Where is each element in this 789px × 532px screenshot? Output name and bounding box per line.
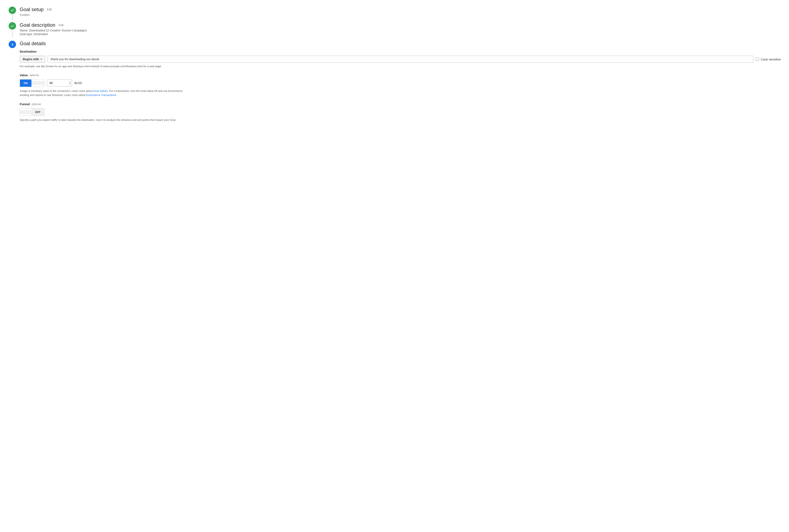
funnel-off-label[interactable]: OFF <box>32 109 44 116</box>
value-label: Value <box>20 73 28 77</box>
step-2-edit-link[interactable]: Edit <box>59 23 63 27</box>
destination-row: Begins with ▼ Case sensitive <box>20 56 781 63</box>
value-label-row: Value optional <box>20 73 781 77</box>
stepper-arrows: ▲ ▼ <box>69 81 71 85</box>
value-section: Value optional ON ▲ ▼ <box>20 73 781 98</box>
step-goal-setup: Goal setup Edit Custom <box>8 6 781 22</box>
hint-my-screen: My Screen <box>41 65 54 68</box>
step-1-content: Goal setup Edit Custom <box>20 6 781 21</box>
step-1-subtitle: Custom <box>20 13 781 16</box>
funnel-info-text: Specify a path you expect traffic to tak… <box>20 118 184 122</box>
destination-hint: For example, use My Screen for an app an… <box>20 64 781 69</box>
match-type-button[interactable]: Begins with ▼ <box>20 56 45 63</box>
value-info-text: Assign a monetary value to the conversio… <box>20 89 184 98</box>
step-2-goal-name: Downloaded 22 Creative Tourism Campaigns <box>29 29 87 32</box>
step-left-3: 3 <box>8 41 16 48</box>
step-connector-1 <box>12 15 13 21</box>
case-sensitive-checkbox[interactable] <box>756 58 759 61</box>
step-1-title: Goal setup <box>20 6 43 12</box>
hint-www: www.example.com/thankyou.html <box>103 65 142 68</box>
decrement-arrow-icon[interactable]: ▼ <box>69 83 71 85</box>
value-optional-label: optional <box>30 74 39 77</box>
checkmark-icon <box>10 8 14 12</box>
step-1-icon <box>8 6 16 14</box>
funnel-label: Funnel <box>20 102 30 106</box>
step-1-edit-link[interactable]: Edit <box>47 8 52 11</box>
step-2-icon <box>8 22 16 30</box>
step-3-icon: 3 <box>8 41 16 48</box>
step-left-1 <box>8 6 16 22</box>
dropdown-arrow-icon: ▼ <box>40 58 42 60</box>
value-row: ON ▲ ▼ $USD <box>20 79 781 87</box>
destination-section: Destination Begins with ▼ Case sensitive <box>20 50 781 69</box>
toggle-on-off-side[interactable] <box>32 81 44 85</box>
learn-more-2: Learn more about <box>64 94 85 97</box>
stepper: Goal setup Edit Custom Goal description … <box>8 6 781 131</box>
step-goal-description: Goal description Edit Name: Downloaded 2… <box>8 22 781 41</box>
step-2-meta-name: Name: Downloaded 22 Creative Tourism Cam… <box>20 29 781 32</box>
ecommerce-transactions-link[interactable]: Ecommerce Transactions <box>86 94 116 97</box>
step-2-goal-type: Destination <box>34 33 48 36</box>
step-3-content: Goal details Destination Begins with ▼ <box>20 41 781 131</box>
funnel-label-row: Funnel optional <box>20 102 781 106</box>
goal-values-link[interactable]: Goal Values <box>93 89 108 93</box>
funnel-toggle[interactable]: OFF <box>20 108 44 116</box>
funnel-optional-label: optional <box>32 102 41 106</box>
learn-more-1: Learn more about <box>72 89 93 93</box>
step-3-number: 3 <box>12 43 13 46</box>
toggle-on-label[interactable]: ON <box>20 79 32 87</box>
hint-thankyou: /thankyou.html <box>73 65 90 68</box>
value-amount-input[interactable] <box>47 80 72 86</box>
step-2-content: Goal description Edit Name: Downloaded 2… <box>20 22 781 41</box>
step-2-meta-type: Goal type: Destination <box>20 33 781 36</box>
step-3-title: Goal details <box>20 41 46 46</box>
destination-label: Destination <box>20 50 781 53</box>
funnel-section: Funnel optional OFF Specify a path you e… <box>20 102 781 122</box>
case-sensitive-row: Case sensitive <box>756 58 781 61</box>
step-2-title: Goal description <box>20 22 55 28</box>
value-input-container: ▲ ▼ <box>47 79 72 87</box>
step-1-header: Goal setup Edit <box>20 6 781 12</box>
step-3-header: Goal details <box>20 41 781 46</box>
destination-url-input[interactable] <box>48 56 753 63</box>
currency-label: $USD <box>74 81 82 85</box>
step-2-header: Goal description Edit <box>20 22 781 28</box>
step-left-2 <box>8 22 16 38</box>
increment-arrow-icon[interactable]: ▲ <box>69 81 71 83</box>
step-connector-2 <box>12 31 13 37</box>
step-goal-details: 3 Goal details Destination Begins with ▼ <box>8 41 781 131</box>
checkmark-icon-2 <box>10 24 14 28</box>
funnel-toggle-row: OFF <box>20 108 781 116</box>
case-sensitive-label: Case sensitive <box>761 58 781 61</box>
match-type-label: Begins with <box>23 58 39 61</box>
funnel-on-side[interactable] <box>20 110 32 114</box>
goal-details-content: Destination Begins with ▼ Case sensitive <box>20 50 781 122</box>
value-toggle[interactable]: ON <box>20 79 44 87</box>
